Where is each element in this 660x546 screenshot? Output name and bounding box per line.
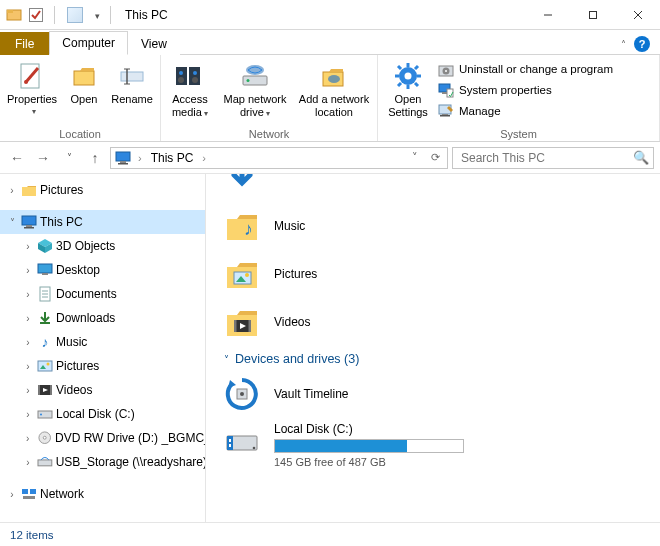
nav-forward-button[interactable]: → [32,147,54,169]
ribbon-tabs: File Computer View ˄ ? [0,30,660,54]
tab-file[interactable]: File [0,32,49,55]
tree-item-pictures-qa[interactable]: › Pictures [0,178,205,202]
breadcrumb-sep-icon2[interactable] [199,151,209,165]
address-dropdown-icon[interactable]: ˅ [405,151,425,164]
videos-folder-icon [224,304,260,340]
svg-rect-4 [589,11,596,18]
add-network-location-button[interactable]: Add a network location [295,58,373,118]
tree-item-dvd-drive[interactable]: › DVD RW Drive (D:) _BGMC_V [0,426,205,450]
tree-item-usb-storage[interactable]: › USB_Storage (\\readyshare) [0,450,205,474]
content-pane: ♪ Music Pictures Videos ˅ Devices and dr… [206,174,660,522]
chevron-down-icon[interactable]: ˅ [6,217,18,228]
add-network-location-label: Add a network location [297,93,371,118]
nav-back-button[interactable]: ← [6,147,28,169]
ribbon-group-location: Properties Open Rename Location [0,55,161,141]
chevron-right-icon[interactable]: › [22,241,34,252]
svg-rect-68 [38,385,40,395]
properties-button[interactable]: Properties [4,58,60,116]
desktop-icon [37,262,53,278]
list-item-vault[interactable]: Vault Timeline [224,370,660,418]
tree-item-documents[interactable]: › Documents [0,282,205,306]
list-item-music[interactable]: ♪ Music [224,202,660,250]
maximize-button[interactable] [570,0,615,29]
svg-line-35 [415,66,418,69]
tree-label: Music [56,335,87,349]
access-media-icon [174,60,206,92]
access-media-label: Access media [167,93,213,118]
search-icon[interactable]: 🔍 [633,150,649,165]
tree-item-music[interactable]: › ♪ Music [0,330,205,354]
tree-item-videos[interactable]: › Videos [0,378,205,402]
rename-button[interactable]: Rename [108,58,156,106]
qat-more-icon[interactable] [93,8,100,22]
access-media-button[interactable]: Access media [165,58,215,118]
tree-item-local-disk[interactable]: › Local Disk (C:) [0,402,205,426]
open-button[interactable]: Open [64,58,104,106]
group-devices-header[interactable]: ˅ Devices and drives (3) [224,346,660,370]
address-bar[interactable]: This PC ˅ ⟳ [110,147,448,169]
svg-point-72 [40,414,42,416]
qat-checkbox-icon[interactable] [28,7,44,23]
properties-icon [16,60,48,92]
help-icon[interactable]: ? [634,36,650,52]
item-label: Pictures [274,267,317,281]
tree-label: 3D Objects [56,239,115,253]
svg-point-26 [328,75,340,83]
tree-item-downloads[interactable]: › Downloads [0,306,205,330]
list-item-local-disk[interactable]: Local Disk (C:) 145 GB free of 487 GB [224,418,660,472]
uninstall-program-button[interactable]: Uninstall or change a program [438,60,619,78]
tab-view[interactable]: View [128,32,180,55]
system-properties-icon [438,82,454,98]
breadcrumb-sep-icon[interactable] [135,151,145,165]
tree-label: Pictures [40,183,83,197]
breadcrumb-this-pc[interactable]: This PC [149,151,196,165]
3d-objects-icon [37,238,53,254]
map-network-drive-button[interactable]: Map network drive [219,58,291,118]
refresh-button[interactable]: ⟳ [425,151,445,164]
tree-item-this-pc[interactable]: ˅ This PC [0,210,205,234]
svg-rect-51 [22,216,36,225]
nav-history-button[interactable]: ˅ [58,147,80,169]
collapse-ribbon-icon[interactable]: ˄ [621,39,626,50]
ribbon-group-system: Open Settings Uninstall or change a prog… [378,55,660,141]
tree-item-pictures[interactable]: › Pictures [0,354,205,378]
tree-item-desktop[interactable]: › Desktop [0,258,205,282]
chevron-right-icon[interactable]: › [6,185,18,196]
nav-up-button[interactable]: ↑ [84,147,106,169]
open-settings-button[interactable]: Open Settings [382,58,434,118]
pictures-folder-icon [224,256,260,292]
list-item-videos[interactable]: Videos [224,298,660,346]
rename-icon [116,60,148,92]
close-button[interactable] [615,0,660,29]
network-icon [21,486,37,502]
properties-label: Properties [7,93,57,106]
manage-icon [438,103,454,119]
tree-item-3d-objects[interactable]: › 3D Objects [0,234,205,258]
manage-button[interactable]: Manage [438,102,619,120]
minimize-button[interactable] [525,0,570,29]
svg-line-36 [398,83,401,86]
list-item[interactable] [224,174,660,202]
tree-label: DVD RW Drive (D:) _BGMC_V [55,431,205,445]
rename-label: Rename [111,93,153,106]
svg-rect-91 [249,320,252,332]
tree-label: Pictures [56,359,99,373]
drive-free-text: 145 GB free of 487 GB [274,456,464,468]
list-item-pictures[interactable]: Pictures [224,250,660,298]
main-split: › Pictures ˅ This PC › 3D Objects › [0,174,660,522]
tree-label: Documents [56,287,117,301]
tab-computer[interactable]: Computer [49,31,128,55]
search-input[interactable] [459,150,628,166]
tree-item-network[interactable]: › Network [0,482,205,506]
chevron-down-icon[interactable]: ˅ [224,354,229,365]
system-properties-button[interactable]: System properties [438,81,619,99]
search-box[interactable]: 🔍 [452,147,654,169]
ribbon-group-system-label: System [382,126,655,141]
drive-usage-bar [274,439,464,453]
item-label: Videos [274,315,310,329]
videos-icon [37,382,53,398]
settings-icon [392,60,424,92]
svg-rect-1 [7,10,13,13]
system-properties-label: System properties [459,84,552,96]
nav-bar: ← → ˅ ↑ This PC ˅ ⟳ 🔍 [0,142,660,174]
